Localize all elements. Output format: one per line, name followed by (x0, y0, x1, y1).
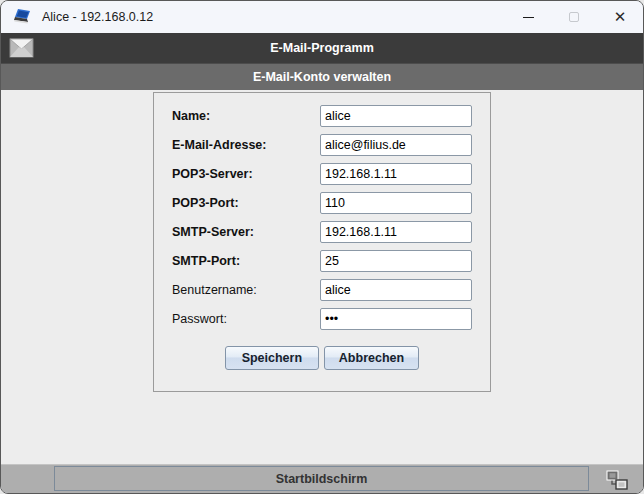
content-area: Name: E-Mail-Adresse: POP3-Server: POP3-… (1, 90, 643, 464)
cancel-button[interactable]: Abbrechen (324, 346, 419, 370)
maximize-button[interactable] (551, 1, 597, 33)
close-button[interactable]: ✕ (597, 1, 643, 33)
password-input[interactable] (320, 308, 472, 330)
email-label: E-Mail-Adresse: (172, 138, 320, 152)
form-row-smtp-port: SMTP-Port: (172, 250, 472, 272)
maximize-icon (569, 12, 579, 22)
pop3-port-input[interactable] (320, 192, 472, 214)
account-form-panel: Name: E-Mail-Adresse: POP3-Server: POP3-… (153, 92, 491, 392)
save-button[interactable]: Speichern (225, 346, 319, 370)
window-title: Alice - 192.168.0.12 (42, 10, 153, 24)
form-row-pop3-server: POP3-Server: (172, 163, 472, 185)
taskbar: Startbildschirm (1, 464, 643, 493)
name-input[interactable] (320, 105, 472, 127)
pop3-port-label: POP3-Port: (172, 196, 320, 210)
name-label: Name: (172, 109, 320, 123)
form-row-name: Name: (172, 105, 472, 127)
envelope-icon (9, 37, 34, 58)
section-header: E-Mail-Konto verwalten (1, 63, 643, 90)
home-screen-button[interactable]: Startbildschirm (54, 466, 589, 491)
form-row-email: E-Mail-Adresse: (172, 134, 472, 156)
password-label: Passwort: (172, 312, 320, 326)
network-icon[interactable] (605, 468, 629, 490)
smtp-port-input[interactable] (320, 250, 472, 272)
smtp-port-label: SMTP-Port: (172, 254, 320, 268)
window-controls: ✕ (505, 1, 643, 33)
form-row-password: Passwort: (172, 308, 472, 330)
laptop-icon (13, 8, 33, 26)
smtp-server-label: SMTP-Server: (172, 225, 320, 239)
app-header: E-Mail-Programm (1, 33, 643, 63)
email-input[interactable] (320, 134, 472, 156)
minimize-icon (523, 17, 534, 18)
pop3-server-label: POP3-Server: (172, 167, 320, 181)
section-header-title: E-Mail-Konto verwalten (253, 70, 391, 84)
username-label: Benutzername: (172, 283, 320, 297)
form-buttons: Speichern Abbrechen (172, 346, 472, 370)
email-program-window: Alice - 192.168.0.12 ✕ E-Mail-Programm E… (0, 0, 644, 494)
smtp-server-input[interactable] (320, 221, 472, 243)
close-icon: ✕ (614, 8, 627, 26)
app-header-title: E-Mail-Programm (270, 41, 374, 55)
pop3-server-input[interactable] (320, 163, 472, 185)
titlebar: Alice - 192.168.0.12 ✕ (1, 1, 643, 33)
minimize-button[interactable] (505, 1, 551, 33)
username-input[interactable] (320, 279, 472, 301)
form-row-smtp-server: SMTP-Server: (172, 221, 472, 243)
form-row-username: Benutzername: (172, 279, 472, 301)
form-row-pop3-port: POP3-Port: (172, 192, 472, 214)
